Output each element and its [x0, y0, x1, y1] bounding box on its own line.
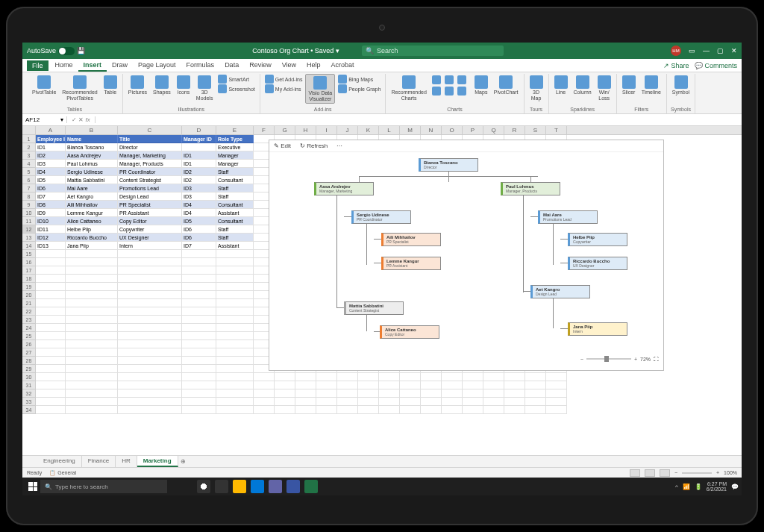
cell-D9[interactable]: ID4: [182, 201, 216, 209]
cell-D12[interactable]: ID6: [182, 225, 216, 234]
cell-B33[interactable]: [66, 398, 118, 406]
cell-E29[interactable]: [216, 365, 254, 373]
visio-chart-object[interactable]: ✎ Edit ↻ Refresh ⋯ Bianca ToscanoDirecto…: [269, 140, 664, 371]
cell-E11[interactable]: Consultant: [216, 217, 254, 225]
cell-D27[interactable]: [182, 348, 216, 357]
cell-C19[interactable]: [118, 283, 182, 291]
ribbon-options-icon[interactable]: ▭: [689, 47, 695, 54]
cell-B20[interactable]: [66, 291, 118, 299]
cell-B3[interactable]: Aasa Andrejev: [66, 151, 118, 160]
sheet-tab-hr[interactable]: HR: [116, 456, 137, 467]
menu-tab-view[interactable]: View: [277, 60, 301, 72]
cell-F31[interactable]: [254, 381, 275, 389]
zoom-in-status[interactable]: +: [716, 470, 719, 475]
menu-tab-review[interactable]: Review: [244, 60, 277, 72]
row-header-22[interactable]: 22: [22, 307, 36, 316]
row-header-17[interactable]: 17: [22, 266, 36, 275]
cell-D11[interactable]: ID5: [182, 217, 216, 225]
cell-A18[interactable]: [36, 275, 66, 283]
cell-E18[interactable]: [216, 275, 254, 283]
cell-M33[interactable]: [400, 398, 421, 406]
share-button[interactable]: ↗ Share: [663, 62, 689, 69]
col-header-L[interactable]: L: [379, 126, 400, 134]
row-header-11[interactable]: 11: [22, 217, 36, 225]
cell-H34[interactable]: [295, 406, 316, 414]
cell-D14[interactable]: ID7: [182, 242, 216, 250]
row-header-21[interactable]: 21: [22, 299, 36, 307]
menu-tab-help[interactable]: Help: [301, 60, 326, 72]
row-header-33[interactable]: 33: [22, 398, 36, 406]
ribbon-people-graph[interactable]: People Graph: [338, 84, 381, 93]
cell-B10[interactable]: Lemme Kangur: [66, 209, 118, 217]
autosave-toggle[interactable]: [58, 47, 75, 55]
col-header-H[interactable]: H: [295, 126, 316, 134]
cell-E34[interactable]: [216, 406, 254, 414]
cell-C16[interactable]: [118, 258, 182, 266]
ribbon-win-loss[interactable]: Win/Loss: [595, 74, 613, 102]
ribbon-screenshot[interactable]: Screenshot: [218, 84, 254, 93]
zoom-in-button[interactable]: +: [634, 357, 637, 362]
cell-I32[interactable]: [316, 389, 337, 398]
ribbon-shapes[interactable]: Shapes: [151, 74, 173, 97]
cell-E5[interactable]: Staff: [216, 168, 254, 176]
cell-D3[interactable]: ID1: [182, 151, 216, 160]
ribbon-table[interactable]: Table: [101, 74, 119, 97]
row-header-25[interactable]: 25: [22, 332, 36, 340]
cell-G34[interactable]: [275, 406, 295, 414]
cell-A11[interactable]: ID10: [36, 217, 66, 225]
row-header-18[interactable]: 18: [22, 275, 36, 283]
cell-B27[interactable]: [66, 348, 118, 357]
cell-E33[interactable]: [216, 398, 254, 406]
file-tab[interactable]: File: [27, 60, 48, 71]
zoom-out-status[interactable]: −: [674, 470, 677, 475]
cell-R32[interactable]: [504, 389, 525, 398]
row-header-5[interactable]: 5: [22, 168, 36, 176]
cell-M31[interactable]: [400, 381, 421, 389]
cell-G32[interactable]: [275, 389, 295, 398]
cell-B30[interactable]: [66, 373, 118, 381]
visio-edit-button[interactable]: ✎ Edit: [274, 143, 291, 149]
cell-E20[interactable]: [216, 291, 254, 299]
cell-Q32[interactable]: [483, 389, 504, 398]
cell-A16[interactable]: [36, 258, 66, 266]
cell-B5[interactable]: Sergio Udinese: [66, 168, 118, 176]
cell-C13[interactable]: UX Designer: [118, 234, 182, 242]
cell-A1[interactable]: Employee ID: [36, 135, 66, 143]
cell-T30[interactable]: [546, 373, 567, 381]
zoom-out-button[interactable]: −: [580, 357, 583, 362]
cell-B24[interactable]: [66, 324, 118, 332]
cell-N30[interactable]: [421, 373, 442, 381]
chart-type-2[interactable]: [457, 75, 466, 84]
col-header-O[interactable]: O: [442, 126, 463, 134]
col-header-E[interactable]: E: [216, 126, 254, 134]
cell-A6[interactable]: ID5: [36, 176, 66, 184]
cell-D25[interactable]: [182, 332, 216, 340]
cell-B1[interactable]: Name: [66, 135, 118, 143]
cell-A20[interactable]: [36, 291, 66, 299]
cell-C26[interactable]: [118, 340, 182, 348]
cell-P34[interactable]: [463, 406, 483, 414]
clock[interactable]: 6:27 PM6/2/2021: [707, 481, 727, 492]
cell-B22[interactable]: [66, 307, 118, 316]
cell-D24[interactable]: [182, 324, 216, 332]
cell-S31[interactable]: [525, 381, 546, 389]
cell-A23[interactable]: [36, 316, 66, 324]
col-header-Q[interactable]: Q: [483, 126, 504, 134]
cell-D21[interactable]: [182, 299, 216, 307]
cell-D4[interactable]: ID1: [182, 160, 216, 168]
cell-C6[interactable]: Content Strategist: [118, 176, 182, 184]
task-view-icon[interactable]: [215, 480, 228, 493]
cell-F32[interactable]: [254, 389, 275, 398]
cell-B15[interactable]: [66, 250, 118, 258]
cell-C32[interactable]: [118, 389, 182, 398]
cell-A5[interactable]: ID4: [36, 168, 66, 176]
cell-D15[interactable]: [182, 250, 216, 258]
ribbon-line[interactable]: Line: [552, 74, 570, 97]
cell-C23[interactable]: [118, 316, 182, 324]
close-button[interactable]: ✕: [731, 47, 737, 54]
cell-C15[interactable]: [118, 250, 182, 258]
cell-A32[interactable]: [36, 389, 66, 398]
cell-B23[interactable]: [66, 316, 118, 324]
visio-more-button[interactable]: ⋯: [336, 143, 342, 149]
cell-A27[interactable]: [36, 348, 66, 357]
